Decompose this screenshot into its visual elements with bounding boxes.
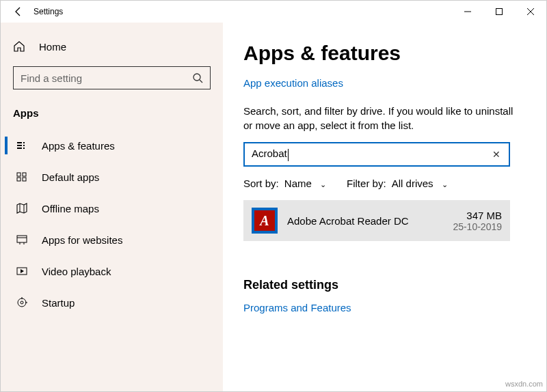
sidebar-item-label: Startup (42, 297, 75, 309)
svg-rect-9 (23, 148, 25, 149)
help-text: Search, sort, and filter by drive. If yo… (243, 104, 523, 132)
sidebar-search[interactable]: Find a setting (13, 66, 211, 89)
sidebar-item-video-playback[interactable]: Video playback (1, 255, 223, 287)
search-placeholder: Find a setting (21, 72, 192, 84)
svg-rect-11 (23, 173, 26, 176)
sidebar-item-default-apps[interactable]: Default apps (1, 161, 223, 193)
app-date: 25-10-2019 (453, 221, 502, 232)
chevron-down-icon: ⌄ (442, 180, 448, 188)
page-title: Apps & features (243, 42, 523, 65)
related-heading: Related settings (243, 278, 523, 292)
back-button[interactable] (8, 1, 29, 23)
app-search-value: Acrobat (252, 148, 490, 160)
sidebar-home-label: Home (39, 41, 66, 53)
content-area: Apps & features App execution aliases Se… (223, 23, 546, 392)
watermark: wsxdn.com (505, 380, 543, 388)
maximize-button[interactable] (483, 1, 515, 23)
video-playback-icon (16, 265, 28, 277)
svg-point-19 (18, 298, 26, 307)
app-name: Adobe Acrobat Reader DC (287, 215, 443, 227)
chevron-down-icon: ⌄ (320, 180, 326, 188)
svg-rect-13 (23, 178, 26, 181)
sidebar-item-label: Video playback (42, 266, 111, 277)
window-title: Settings (34, 7, 63, 16)
svg-point-20 (21, 301, 23, 304)
search-icon (192, 72, 203, 83)
filter-value: All drives (392, 178, 433, 189)
svg-rect-4 (17, 142, 22, 143)
sidebar-item-apps-features[interactable]: Apps & features (1, 130, 223, 161)
sidebar-category: Apps (1, 102, 223, 130)
svg-rect-1 (496, 9, 503, 15)
app-search-input[interactable]: Acrobat ✕ (243, 142, 510, 167)
startup-icon (16, 296, 28, 309)
svg-line-3 (200, 80, 202, 83)
svg-rect-12 (17, 178, 21, 181)
app-list-item[interactable]: A Adobe Acrobat Reader DC 347 MB 25-10-2… (243, 200, 510, 241)
svg-rect-6 (17, 148, 22, 149)
sidebar-item-label: Apps & features (42, 140, 115, 152)
sort-label: Sort by: (243, 178, 279, 189)
apps-websites-icon (16, 234, 28, 246)
svg-rect-8 (23, 145, 25, 146)
app-meta: 347 MB 25-10-2019 (453, 210, 502, 232)
minimize-button[interactable] (452, 1, 483, 23)
sidebar-item-startup[interactable]: Startup (1, 287, 223, 318)
home-icon (13, 40, 25, 53)
default-apps-icon (16, 171, 28, 183)
sort-by-dropdown[interactable]: Sort by: Name ⌄ (243, 178, 326, 189)
sidebar: Home Find a setting Apps Apps & features… (1, 23, 223, 392)
link-app-execution-aliases[interactable]: App execution aliases (243, 77, 343, 89)
link-programs-and-features[interactable]: Programs and Features (243, 302, 351, 313)
filter-by-dropdown[interactable]: Filter by: All drives ⌄ (347, 178, 448, 189)
sidebar-item-offline-maps[interactable]: Offline maps (1, 193, 223, 224)
svg-rect-5 (17, 145, 22, 146)
svg-rect-16 (17, 236, 27, 242)
sidebar-item-label: Offline maps (42, 203, 99, 214)
filter-label: Filter by: (347, 178, 386, 189)
apps-features-icon (16, 139, 28, 152)
sort-value: Name (284, 178, 312, 189)
offline-maps-icon (16, 202, 28, 214)
close-button[interactable] (515, 1, 546, 23)
svg-rect-7 (23, 142, 25, 143)
sidebar-home[interactable]: Home (1, 33, 223, 59)
app-size: 347 MB (453, 210, 502, 221)
sidebar-item-label: Apps for websites (42, 234, 122, 246)
app-icon: A (252, 208, 278, 234)
sidebar-item-apps-for-websites[interactable]: Apps for websites (1, 224, 223, 255)
svg-point-2 (194, 74, 200, 81)
svg-rect-10 (17, 173, 21, 176)
sidebar-item-label: Default apps (42, 171, 99, 183)
clear-search-icon[interactable]: ✕ (490, 149, 503, 160)
